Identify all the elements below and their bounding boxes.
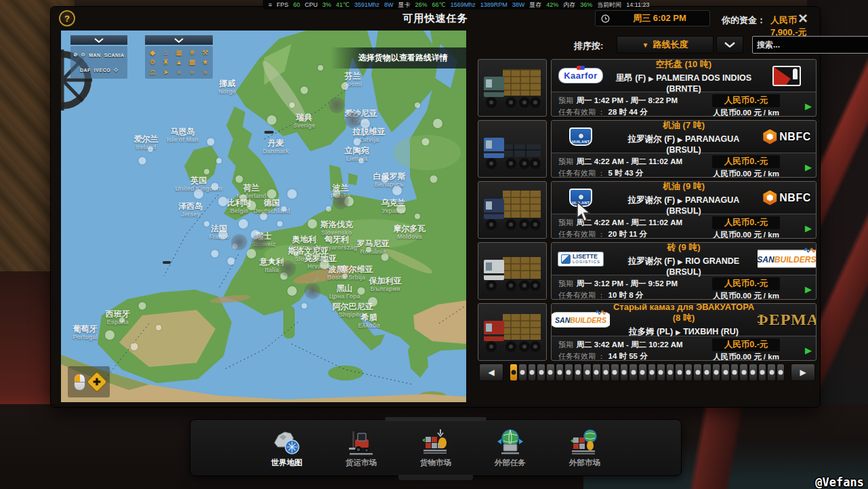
- city-dot[interactable]: [366, 247, 371, 252]
- city-cluster[interactable]: [231, 234, 247, 250]
- page-dot[interactable]: [556, 364, 564, 381]
- accept-job-arrow[interactable]: ▶: [797, 162, 812, 172]
- company-filter-collapse[interactable]: [145, 35, 213, 45]
- city-dot[interactable]: [293, 251, 299, 256]
- city-dot[interactable]: [422, 138, 430, 146]
- city-cluster[interactable]: [251, 234, 268, 250]
- page-dot[interactable]: [629, 364, 638, 381]
- world-map[interactable]: 爱尔兰Ireland马恩岛Isle of Man英国United Kingdom…: [61, 31, 466, 402]
- city-dot[interactable]: [218, 197, 228, 206]
- page-dot[interactable]: [758, 364, 767, 381]
- close-button[interactable]: ×: [794, 10, 812, 28]
- city-dot[interactable]: [289, 102, 295, 108]
- city-dot[interactable]: [341, 83, 348, 90]
- page-dot[interactable]: [648, 364, 657, 381]
- prev-page-button[interactable]: ◀: [479, 364, 503, 381]
- city-dot[interactable]: [302, 303, 307, 309]
- company-poi-icon[interactable]: ★: [202, 58, 208, 66]
- page-dot[interactable]: [693, 364, 702, 381]
- city-dot[interactable]: [281, 206, 287, 212]
- page-dot[interactable]: [657, 364, 665, 381]
- company-poi-icon[interactable]: ➤: [163, 69, 168, 76]
- city-dot[interactable]: [247, 201, 256, 210]
- city-dot[interactable]: [415, 102, 420, 108]
- city-dot[interactable]: [240, 194, 247, 201]
- truck-brand-icon[interactable]: ◇: [114, 67, 118, 73]
- city-cluster[interactable]: [280, 260, 296, 277]
- city-dot[interactable]: [320, 260, 329, 269]
- city-dot[interactable]: [130, 343, 138, 350]
- city-dot[interactable]: [247, 249, 256, 258]
- company-poi-icon[interactable]: ❄: [189, 49, 194, 56]
- sort-dropdown-expand[interactable]: [716, 36, 743, 54]
- city-cluster[interactable]: [345, 112, 361, 128]
- city-dot[interactable]: [392, 186, 402, 195]
- truck-brand-icon[interactable]: ⊙: [81, 52, 85, 58]
- sort-dropdown[interactable]: ▼ 路线长度: [617, 36, 714, 54]
- accept-job-arrow[interactable]: ▶: [797, 101, 812, 111]
- city-dot[interactable]: [267, 189, 276, 199]
- city-dot[interactable]: [207, 138, 215, 146]
- city-dot[interactable]: [353, 138, 360, 146]
- city-dot[interactable]: [433, 119, 442, 128]
- next-page-button[interactable]: ▶: [791, 364, 815, 381]
- job-card-body[interactable]: HUILANT 机油 (7 吨) 拉罗谢尔 (F)▶PARANAGUA (BRS…: [551, 120, 817, 178]
- city-dot[interactable]: [119, 317, 125, 323]
- page-dot[interactable]: [721, 364, 730, 381]
- accept-job-arrow[interactable]: ▶: [797, 284, 812, 294]
- city-dot[interactable]: [211, 183, 219, 191]
- company-poi-icon[interactable]: »: [203, 69, 207, 76]
- city-dot[interactable]: [318, 65, 323, 71]
- page-dot[interactable]: [712, 364, 721, 381]
- city-dot[interactable]: [360, 119, 370, 128]
- page-dot[interactable]: [602, 364, 611, 381]
- company-poi-icon[interactable]: »: [177, 69, 181, 76]
- company-poi-icon[interactable]: ⚒: [202, 49, 208, 56]
- page-dot[interactable]: [703, 364, 711, 381]
- city-cluster[interactable]: [333, 193, 349, 210]
- city-dot[interactable]: [156, 325, 161, 330]
- city-cluster[interactable]: [304, 283, 321, 299]
- city-dot[interactable]: [342, 273, 348, 279]
- company-poi-icon[interactable]: ◆: [150, 49, 155, 56]
- city-dot[interactable]: [138, 302, 146, 309]
- city-dot[interactable]: [415, 214, 420, 219]
- city-dot[interactable]: [148, 146, 153, 152]
- page-dot[interactable]: [528, 364, 537, 381]
- company-poi-icon[interactable]: ▦: [175, 49, 182, 56]
- page-dot[interactable]: [574, 364, 583, 381]
- city-dot[interactable]: [269, 258, 274, 264]
- job-card-body[interactable]: Kaarfor 空托盘 (10 吨) 里昂 (F)▶PALMEIRA DOS I…: [551, 59, 817, 117]
- company-poi-icon[interactable]: ▲: [175, 58, 182, 66]
- company-poi-icon[interactable]: ⚙: [150, 58, 156, 66]
- job-card-body[interactable]: LISETTELOGISTICS 砖 (9 吨) 拉罗谢尔 (F)▶RIO GR…: [551, 242, 817, 300]
- page-dot[interactable]: [730, 364, 739, 381]
- city-dot[interactable]: [204, 221, 209, 227]
- company-poi-icon[interactable]: ♨: [163, 49, 169, 56]
- job-card-body[interactable]: HUILANT 机油 (9 吨) 拉罗谢尔 (F)▶PARANAGUA (BRS…: [551, 181, 817, 239]
- city-dot[interactable]: [357, 287, 365, 294]
- search-input[interactable]: [753, 40, 868, 50]
- city-dot[interactable]: [204, 169, 209, 174]
- city-dot[interactable]: [138, 157, 146, 164]
- city-dot[interactable]: [260, 213, 268, 220]
- truck-brand-icon[interactable]: SCANIA: [104, 53, 125, 58]
- company-poi-icon[interactable]: ▩: [189, 58, 195, 66]
- city-dot[interactable]: [211, 250, 219, 257]
- page-dot[interactable]: [611, 364, 619, 381]
- city-dot[interactable]: [194, 189, 203, 199]
- page-dot[interactable]: [767, 364, 776, 381]
- city-dot[interactable]: [105, 330, 115, 340]
- page-dot[interactable]: [620, 364, 629, 381]
- city-dot[interactable]: [218, 230, 228, 239]
- city-dot[interactable]: [326, 206, 331, 212]
- page-dot[interactable]: [739, 364, 748, 381]
- nav-external-contracts[interactable]: 外部任务: [482, 428, 539, 468]
- nav-external-market[interactable]: 外部市场: [556, 428, 613, 468]
- accept-job-arrow[interactable]: ▶: [797, 345, 812, 355]
- city-dot[interactable]: [228, 257, 235, 265]
- nav-freight-market[interactable]: 货运市场: [333, 428, 390, 468]
- page-dot[interactable]: [546, 364, 555, 381]
- company-poi-icon[interactable]: ⚖: [150, 69, 156, 76]
- city-dot[interactable]: [358, 158, 364, 163]
